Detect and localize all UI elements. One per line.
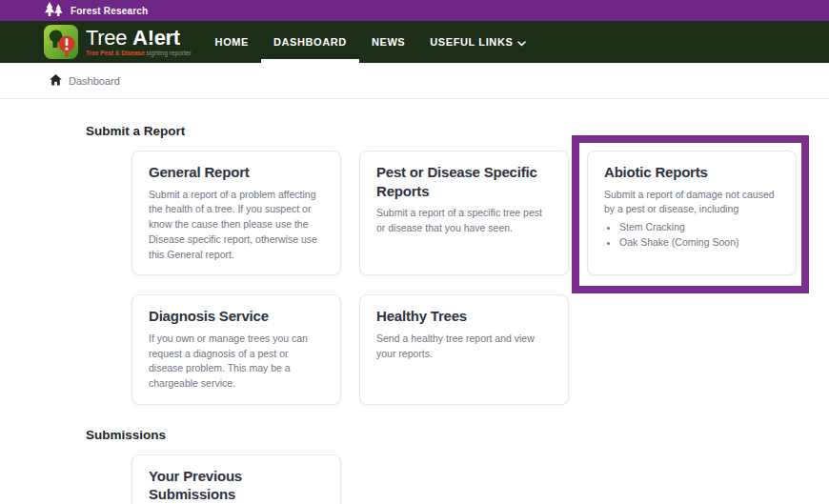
nav-item-useful-links-label: USEFUL LINKS bbox=[430, 36, 513, 48]
card-title: Abiotic Reports bbox=[604, 163, 779, 182]
submit-report-cards-grid: General Report Submit a report of a prob… bbox=[131, 151, 829, 405]
breadcrumb: Dashboard bbox=[0, 63, 829, 99]
card-title: General Report bbox=[149, 163, 324, 182]
card-description: Submit a report of damage not caused by … bbox=[604, 188, 779, 218]
card-description: Send a healthy tree report and view your… bbox=[376, 332, 552, 362]
card-diagnosis-service[interactable]: Diagnosis Service If you own or manage t… bbox=[131, 294, 341, 405]
nav-item-news[interactable]: NEWS bbox=[359, 21, 417, 63]
forest-research-logo[interactable]: Forest Research bbox=[44, 1, 148, 21]
tree-alert-wordmark: Tree A!ert Tree Pest & Disease sighting … bbox=[86, 28, 192, 57]
logo-subtitle-rest: sighting reporter bbox=[147, 50, 192, 56]
logo-subtitle-accent: Tree Pest & Disease bbox=[86, 50, 145, 56]
nav-item-dashboard-label: DASHBOARD bbox=[273, 36, 347, 48]
list-item: Oak Shake (Coming Soon) bbox=[619, 235, 779, 251]
chevron-down-icon bbox=[517, 37, 526, 49]
card-description: If you own or manage trees you can reque… bbox=[149, 332, 324, 392]
submissions-section: Submissions Your Previous Submissions Li… bbox=[86, 428, 829, 504]
nav-item-home-label: HOME bbox=[215, 36, 249, 48]
card-pest-disease-specific-reports[interactable]: Pest or Disease Specific Reports Submit … bbox=[359, 151, 569, 275]
submit-report-section: Submit a Report General Report Submit a … bbox=[86, 124, 829, 405]
forest-research-label: Forest Research bbox=[71, 6, 148, 16]
abiotic-reports-highlight-wrapper: Abiotic Reports Submit a report of damag… bbox=[587, 151, 797, 275]
tree-alert-logo[interactable]: Tree A!ert Tree Pest & Disease sighting … bbox=[44, 21, 192, 63]
breadcrumb-dashboard-link[interactable]: Dashboard bbox=[50, 72, 120, 90]
section-heading-submit-a-report: Submit a Report bbox=[86, 124, 829, 138]
card-healthy-trees[interactable]: Healthy Trees Send a healthy tree report… bbox=[359, 294, 569, 405]
submissions-cards-grid: Your Previous Submissions List, search, … bbox=[131, 454, 829, 504]
logo-title-light: Tree bbox=[86, 26, 127, 50]
home-icon bbox=[50, 72, 62, 90]
card-abiotic-reports[interactable]: Abiotic Reports Submit a report of damag… bbox=[587, 151, 797, 275]
card-general-report[interactable]: General Report Submit a report of a prob… bbox=[131, 151, 341, 275]
forest-research-trees-icon bbox=[44, 1, 65, 21]
nav-item-useful-links[interactable]: USEFUL LINKS bbox=[417, 21, 538, 63]
card-title: Healthy Trees bbox=[376, 307, 552, 326]
card-description: Submit a report of a problem affecting t… bbox=[149, 188, 324, 263]
main-navbar: Tree A!ert Tree Pest & Disease sighting … bbox=[0, 21, 829, 63]
nav-item-home[interactable]: HOME bbox=[203, 21, 261, 63]
nav-item-news-label: NEWS bbox=[372, 36, 405, 48]
card-your-previous-submissions[interactable]: Your Previous Submissions List, search, … bbox=[131, 454, 341, 504]
tree-alert-app-icon bbox=[44, 25, 78, 59]
section-heading-submissions: Submissions bbox=[86, 428, 829, 442]
logo-title-bold: A!ert bbox=[132, 26, 180, 50]
dashboard-content: Submit a Report General Report Submit a … bbox=[0, 99, 829, 504]
nav-menu: HOME DASHBOARD NEWS USEFUL LINKS bbox=[203, 21, 539, 63]
card-title: Diagnosis Service bbox=[149, 307, 324, 326]
forest-research-brand-bar: Forest Research bbox=[0, 0, 829, 21]
list-item: Stem Cracking bbox=[619, 220, 779, 235]
card-title: Pest or Disease Specific Reports bbox=[376, 163, 552, 200]
abiotic-report-types-list: Stem Cracking Oak Shake (Coming Soon) bbox=[604, 220, 779, 251]
nav-item-dashboard[interactable]: DASHBOARD bbox=[261, 21, 359, 63]
card-title: Your Previous Submissions bbox=[149, 467, 324, 504]
breadcrumb-label: Dashboard bbox=[69, 75, 120, 87]
card-description: Submit a report of a specific tree pest … bbox=[376, 206, 552, 236]
